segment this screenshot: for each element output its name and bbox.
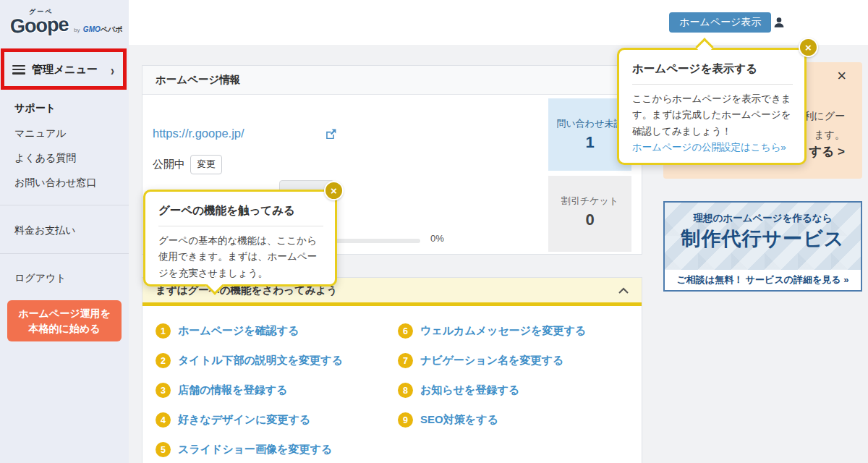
tooltip-body: グーペの基本的な機能は、ここから使用できます。まずは、ホームページを充実させまし…: [158, 233, 323, 281]
task-link-1[interactable]: 1ホームページを確認する: [156, 323, 398, 339]
tooltip-view-homepage: ホームページを表示する ここからホームページを表示できます。まずは完成したホーム…: [617, 48, 807, 165]
view-homepage-button[interactable]: ホームページ表示: [669, 12, 771, 33]
task-link-8[interactable]: 8お知らせを登録する: [398, 383, 642, 398]
banner-cta-strip[interactable]: ご相談は無料！ サービスの詳細を見る »: [665, 270, 861, 290]
getting-started-panel: まずはグーペの機能をさわってみよう 1ホームページを確認する 2タイトル下部の説…: [142, 277, 642, 463]
progress-percent-label: 0%: [430, 233, 444, 244]
task-link-5[interactable]: 5スライドショー画像を変更する: [156, 442, 398, 457]
task-link-7[interactable]: 7ナビゲーション名を変更する: [398, 353, 642, 368]
sidebar-divider: [0, 253, 129, 254]
sidebar-item-manual[interactable]: マニュアル: [14, 127, 67, 140]
publish-settings-link[interactable]: ホームページの公開設定はこちら»: [632, 141, 786, 154]
tooltip-title: グーペの機能を触ってみる: [158, 203, 323, 218]
chevron-up-icon: [618, 287, 629, 294]
tooltip-divider: [158, 226, 323, 226]
admin-menu-toggle[interactable]: 管理メニュー ›: [0, 52, 129, 87]
sidebar-item-billing[interactable]: 料金お支払い: [14, 224, 76, 237]
sidebar-item-logout[interactable]: ログアウト: [14, 272, 67, 285]
promo-text-fragment: ます。: [814, 129, 845, 142]
panel-title: ホームページ情報: [156, 73, 240, 87]
task-number-badge: 1: [156, 323, 171, 339]
change-status-button[interactable]: 変更: [190, 155, 222, 174]
homepage-info-header: ホームページ情報: [142, 66, 642, 95]
sidebar: グーペ Goope by GMOペパボ 管理メニュー › サポート マニュアル …: [0, 0, 129, 463]
cta-line1: ホームページ運用を: [18, 307, 111, 319]
task-link-4[interactable]: 4好きなデザインに変更する: [156, 412, 398, 428]
task-link-3[interactable]: 3店舗の情報を登録する: [156, 383, 398, 398]
task-link-2[interactable]: 2タイトル下部の説明文を変更する: [156, 353, 398, 368]
promo-text-fragment: 利にグー: [804, 110, 845, 123]
logo-by-text: by: [74, 27, 80, 33]
sidebar-header-support: サポート: [14, 102, 56, 115]
tooltip-try-features: グーペの機能を触ってみる グーペの基本的な機能は、ここから使用できます。まずは、…: [143, 190, 337, 286]
logo-company-text: GMOペパボ: [83, 25, 123, 33]
promo-action-link-fragment[interactable]: する >: [809, 143, 845, 160]
task-number-badge: 2: [156, 353, 171, 368]
task-number-badge: 3: [156, 383, 171, 398]
sidebar-item-contact[interactable]: お問い合わせ窓口: [14, 177, 96, 190]
user-account-icon[interactable]: [773, 16, 786, 29]
task-number-badge: 9: [398, 412, 413, 428]
discount-tickets-label: 割引チケット: [548, 195, 631, 208]
tooltip-close-icon[interactable]: ×: [324, 181, 344, 200]
hamburger-icon: [12, 65, 25, 75]
task-number-badge: 6: [398, 323, 413, 339]
tasks-list: 1ホームページを確認する 2タイトル下部の説明文を変更する 3店舗の情報を登録す…: [142, 306, 642, 457]
sidebar-divider: [0, 205, 129, 205]
app-canvas: グーペ Goope by GMOペパボ 管理メニュー › サポート マニュアル …: [0, 0, 868, 463]
discount-tickets-value: 0: [548, 211, 631, 229]
production-service-banner[interactable]: 理想のホームページを作るなら 制作代行サービス ご相談は無料！ サービスの詳細を…: [663, 201, 862, 292]
task-number-badge: 5: [156, 442, 171, 457]
site-url-link[interactable]: https://r.goope.jp/: [153, 127, 244, 140]
task-number-badge: 8: [398, 383, 413, 398]
admin-menu-label: 管理メニュー: [32, 63, 98, 77]
external-link-icon[interactable]: [325, 128, 337, 140]
task-link-6[interactable]: 6ウェルカムメッセージを変更する: [398, 323, 642, 339]
chevron-right-icon: ›: [111, 61, 114, 77]
tooltip-body: ここからホームページを表示できます。まずは完成したホームページを確認してみましょ…: [632, 91, 793, 140]
tooltip-title: ホームページを表示する: [632, 61, 793, 77]
goope-logo[interactable]: グーペ Goope by GMOペパボ: [10, 7, 126, 41]
cta-line2: 本格的に始める: [29, 323, 101, 334]
tooltip-close-icon[interactable]: ×: [799, 38, 818, 57]
task-link-9[interactable]: 9SEO対策をする: [398, 412, 642, 428]
banner-cta-text: ご相談は無料！ サービスの詳細を見る »: [677, 273, 849, 286]
logo-main-text: Goope: [10, 16, 69, 36]
start-full-operation-button[interactable]: ホームページ運用を 本格的に始める: [7, 300, 122, 341]
sidebar-item-faq[interactable]: よくある質問: [14, 152, 76, 165]
banner-tagline: 理想のホームページを作るなら: [665, 203, 861, 225]
tooltip-divider: [632, 84, 793, 85]
task-number-badge: 4: [156, 412, 171, 428]
publish-status-label: 公開中: [153, 158, 185, 171]
close-icon[interactable]: ×: [837, 68, 846, 84]
banner-top-section: 理想のホームページを作るなら 制作代行サービス: [665, 203, 861, 270]
task-number-badge: 7: [398, 353, 413, 368]
discount-tickets-card[interactable]: 割引チケット 0: [548, 176, 631, 252]
banner-service-name: 制作代行サービス: [665, 226, 861, 252]
topbar: ホームページ表示: [129, 0, 868, 45]
